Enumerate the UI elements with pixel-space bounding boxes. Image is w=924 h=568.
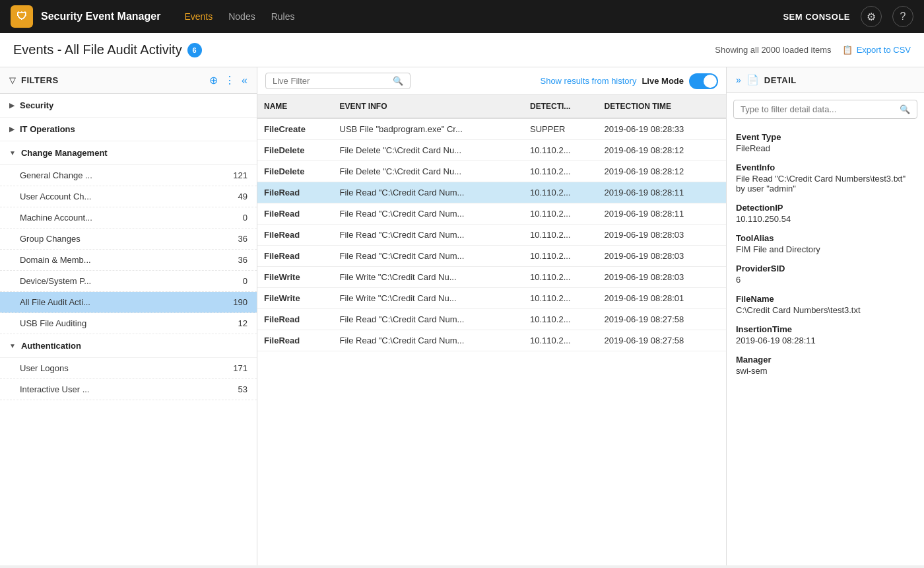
sidebar-item-count-usb-file-auditing: 12	[228, 318, 248, 328]
table-row[interactable]: FileWrite File Write "C:\Credit Card Nu.…	[257, 267, 726, 288]
event-table: NAME EVENT INFO DETECTI... DETECTION TIM…	[257, 95, 726, 565]
cell-detection: 10.110.2...	[523, 161, 598, 182]
sidebar-item-general-change[interactable]: General Change ... 121	[0, 165, 257, 186]
cell-time: 2019-06-19 08:28:33	[598, 118, 726, 140]
detail-field-label: ToolAlias	[736, 233, 915, 243]
table-row[interactable]: FileRead File Read "C:\Credit Card Num..…	[257, 203, 726, 225]
live-filter-input[interactable]	[273, 76, 389, 86]
collapse-sidebar-icon[interactable]: «	[242, 75, 248, 87]
expand-detail-icon[interactable]: »	[736, 75, 741, 85]
detail-filter-input[interactable]	[741, 104, 896, 114]
sidebar-actions: ⊕ ⋮ «	[209, 74, 248, 87]
detail-field-value: FileRead	[736, 143, 915, 153]
sidebar-item-device-system[interactable]: Device/System P... 0	[0, 271, 257, 292]
sidebar-section-header-authentication[interactable]: ▼ Authentication	[0, 334, 257, 358]
detail-field: InsertionTime 2019-06-19 08:28:11	[736, 324, 915, 345]
sidebar-item-label-all-file-audit: All File Audit Acti...	[20, 297, 224, 307]
chevron-down-icon-auth: ▼	[9, 342, 16, 349]
page-badge: 6	[187, 43, 202, 57]
table-row[interactable]: FileDelete File Delete "C:\Credit Card N…	[257, 140, 726, 161]
filter-icon: ▽	[9, 75, 16, 85]
sidebar-item-user-account[interactable]: User Account Ch... 49	[0, 186, 257, 207]
sidebar-title: FILTERS	[21, 75, 204, 85]
sem-console-label: SEM CONSOLE	[783, 12, 850, 22]
nav-nodes[interactable]: Nodes	[228, 11, 255, 22]
cell-detection: 10.110.2...	[523, 288, 598, 309]
settings-icon[interactable]: ⚙	[861, 6, 882, 27]
detail-field-value: swi-sem	[736, 366, 915, 376]
cell-time: 2019-06-19 08:28:11	[598, 203, 726, 225]
cell-detection: 10.110.2...	[523, 246, 598, 267]
cell-name: FileDelete	[257, 140, 333, 161]
nav-rules[interactable]: Rules	[271, 11, 295, 22]
cell-detection: 10.110.2...	[523, 225, 598, 246]
export-csv-button[interactable]: 📋 Export to CSV	[842, 45, 911, 55]
cell-name: FileCreate	[257, 118, 333, 140]
sidebar-section-security: ▶ Security	[0, 94, 257, 118]
cell-detection: 10.110.2...	[523, 309, 598, 330]
detail-field-value: File Read "C:\Credit Card Numbers\test3.…	[736, 174, 915, 194]
detail-header: » 📄 DETAIL	[727, 67, 924, 93]
cell-detection: 10.110.2...	[523, 182, 598, 203]
cell-time: 2019-06-19 08:27:58	[598, 309, 726, 330]
detail-field-value: 6	[736, 275, 915, 285]
sidebar-section-header-it-operations[interactable]: ▶ IT Operations	[0, 118, 257, 141]
sidebar-item-machine-account[interactable]: Machine Account... 0	[0, 207, 257, 229]
detail-field: ProviderSID 6	[736, 264, 915, 285]
col-name: NAME	[257, 95, 333, 118]
more-options-icon[interactable]: ⋮	[224, 74, 235, 87]
main-layout: ▽ FILTERS ⊕ ⋮ « ▶ Security ▶ IT Operatio…	[0, 67, 924, 565]
add-filter-icon[interactable]: ⊕	[209, 74, 218, 87]
detail-doc-icon: 📄	[746, 74, 759, 86]
table-row[interactable]: FileRead File Read "C:\Credit Card Num..…	[257, 330, 726, 351]
sidebar-item-interactive-user[interactable]: Interactive User ... 53	[0, 379, 257, 400]
cell-time: 2019-06-19 08:28:03	[598, 246, 726, 267]
cell-name: FileRead	[257, 225, 333, 246]
table-row[interactable]: FileRead File Read "C:\Credit Card Num..…	[257, 225, 726, 246]
cell-event-info: File Read "C:\Credit Card Num...	[333, 182, 524, 203]
cell-event-info: File Read "C:\Credit Card Num...	[333, 330, 524, 351]
table-row[interactable]: FileRead File Read "C:\Credit Card Num..…	[257, 182, 726, 203]
sidebar-section-label-authentication: Authentication	[21, 341, 81, 351]
table-row[interactable]: FileWrite File Write "C:\Credit Card Nu.…	[257, 288, 726, 309]
sidebar-item-group-changes[interactable]: Group Changes 36	[0, 229, 257, 250]
help-icon[interactable]: ?	[892, 6, 913, 27]
app-logo: 🛡	[11, 5, 33, 28]
sidebar-item-count-user-account: 49	[228, 192, 248, 201]
sidebar-item-domain-memb[interactable]: Domain & Memb... 36	[0, 250, 257, 271]
cell-detection: 10.110.2...	[523, 203, 598, 225]
sidebar-item-count-interactive-user: 53	[228, 384, 248, 394]
sidebar-item-all-file-audit[interactable]: All File Audit Acti... 190	[0, 292, 257, 313]
search-icon: 🔍	[393, 76, 403, 86]
sidebar-item-usb-file-auditing[interactable]: USB File Auditing 12	[0, 313, 257, 334]
detail-field-label: InsertionTime	[736, 324, 915, 334]
sidebar-item-count-machine-account: 0	[228, 213, 248, 223]
cell-time: 2019-06-19 08:28:11	[598, 182, 726, 203]
page-header: Events - All File Audit Activity 6 Showi…	[0, 33, 924, 67]
topnav: 🛡 Security Event Manager Events Nodes Ru…	[0, 0, 924, 33]
sidebar-item-count-user-logons: 171	[228, 363, 248, 373]
cell-detection: 10.110.2...	[523, 140, 598, 161]
live-mode-text: Live Mode	[642, 76, 684, 86]
nav-events[interactable]: Events	[184, 11, 213, 22]
cell-time: 2019-06-19 08:28:03	[598, 225, 726, 246]
sidebar-section-header-security[interactable]: ▶ Security	[0, 94, 257, 118]
detail-field: FileName C:\Credit Card Numbers\test3.tx…	[736, 294, 915, 315]
sidebar-item-label-machine-account: Machine Account...	[20, 213, 224, 223]
sidebar-section-header-change-management[interactable]: ▼ Change Management	[0, 141, 257, 165]
sidebar-item-label-general-change: General Change ...	[20, 170, 224, 180]
table-row[interactable]: FileCreate USB File "badprogram.exe" Cr.…	[257, 118, 726, 140]
table-row[interactable]: FileRead File Read "C:\Credit Card Num..…	[257, 246, 726, 267]
cell-name: FileRead	[257, 309, 333, 330]
cell-time: 2019-06-19 08:28:01	[598, 288, 726, 309]
sidebar-item-user-logons[interactable]: User Logons 171	[0, 358, 257, 379]
table-row[interactable]: FileDelete File Delete "C:\Credit Card N…	[257, 161, 726, 182]
detail-field-label: Event Type	[736, 132, 915, 142]
cell-event-info: File Delete "C:\Credit Card Nu...	[333, 161, 524, 182]
sidebar-section-authentication: ▼ Authentication User Logons 171 Interac…	[0, 334, 257, 400]
table-row[interactable]: FileRead File Read "C:\Credit Card Num..…	[257, 309, 726, 330]
cell-name: FileWrite	[257, 288, 333, 309]
cell-name: FileRead	[257, 203, 333, 225]
cell-event-info: File Write "C:\Credit Card Nu...	[333, 267, 524, 288]
live-mode-toggle[interactable]	[689, 73, 718, 89]
